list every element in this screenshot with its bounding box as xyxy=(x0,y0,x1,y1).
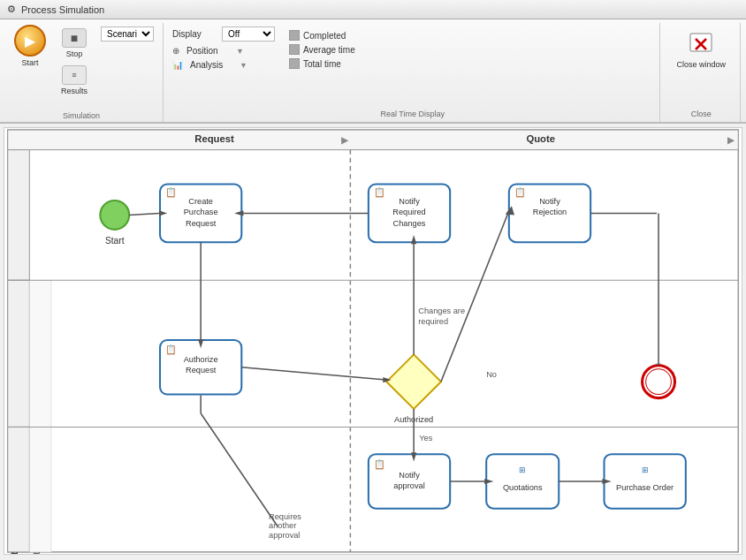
app-icon: ⚙ xyxy=(7,4,16,15)
requires-approval-label3: approval xyxy=(269,531,300,540)
end-event-inner xyxy=(646,369,672,395)
titlebar: ⚙ Process Simulation xyxy=(0,0,746,19)
requires-approval-label2: another xyxy=(269,521,296,530)
real-time-display-group: Display Off ⊕ Position ▼ 📊 Analysis ▼ xyxy=(165,23,660,122)
stop-button[interactable]: ■ Stop xyxy=(55,26,94,60)
completed-label: Completed xyxy=(303,31,346,41)
diagram-area[interactable]: Request Quote Applicant Purchase Request… xyxy=(4,127,742,555)
no-label: No xyxy=(486,370,497,379)
ribbon: ▶ Start ■ Stop ≡ Results Scenari xyxy=(0,19,746,124)
yes-label: Yes xyxy=(419,434,432,443)
notify-rejection-icon: 📋 xyxy=(514,186,526,198)
display-select[interactable]: Off xyxy=(222,26,275,42)
purchasing-dept-inner-label: Purchasing Department xyxy=(32,552,42,554)
notify-required-changes-line3: Changes xyxy=(393,219,426,228)
quotations-box[interactable] xyxy=(486,454,559,509)
svg-rect-4 xyxy=(8,130,739,150)
notify-required-changes-line2: Required xyxy=(392,208,425,216)
svg-rect-8 xyxy=(8,427,30,552)
changes-required-label: Changes are xyxy=(418,306,465,315)
average-time-row: Average time xyxy=(289,44,355,55)
analysis-label: Analysis xyxy=(190,60,234,70)
authorize-request-icon: 📋 xyxy=(165,344,177,355)
simulation-group: ▶ Start ■ Stop ≡ Results Scenari xyxy=(5,23,164,122)
results-button[interactable]: ≡ Results xyxy=(55,64,94,97)
stop-icon: ■ xyxy=(62,28,87,48)
notify-approval-line1: Notify xyxy=(399,471,420,480)
notify-required-changes-line1: Notify xyxy=(399,197,420,206)
close-group: Close window Close xyxy=(662,23,741,122)
svg-rect-9 xyxy=(29,427,51,552)
create-purchase-request-line3: Request xyxy=(186,219,217,228)
changes-required-label2: required xyxy=(418,317,448,326)
app-title: Process Simulation xyxy=(21,4,104,15)
average-time-label: Average time xyxy=(303,45,355,55)
purchase-order-icon: ⊞ xyxy=(642,465,649,474)
notify-required-changes-icon: 📋 xyxy=(374,186,385,198)
request-section-header: Request xyxy=(194,133,234,144)
notify-approval-icon: 📋 xyxy=(374,458,385,470)
start-icon: ▶ xyxy=(14,25,46,57)
requires-approval-label: Requires xyxy=(269,512,301,521)
svg-rect-7 xyxy=(29,280,51,427)
authorize-request-line2: Request xyxy=(186,366,217,375)
display-label: Display xyxy=(172,29,217,39)
position-label: Position xyxy=(186,46,231,56)
create-purchase-request-icon: 📋 xyxy=(165,186,177,198)
start-label: Start xyxy=(105,236,125,246)
svg-rect-0 xyxy=(690,34,712,51)
create-purchase-request-line1: Create xyxy=(188,197,213,206)
results-icon: ≡ xyxy=(62,65,87,85)
notify-approval-line2: approval xyxy=(393,481,424,490)
start-button[interactable]: ▶ Start xyxy=(9,23,51,69)
purchase-order-label: Purchase Order xyxy=(616,483,674,492)
svg-rect-6 xyxy=(8,280,30,427)
purchase-order-box[interactable] xyxy=(605,454,686,509)
svg-rect-5 xyxy=(8,150,30,281)
scenario-select[interactable]: Scenari xyxy=(101,26,154,42)
process-diagram: Request Quote Applicant Purchase Request… xyxy=(4,128,742,554)
quotations-label: Quotations xyxy=(503,483,543,492)
quote-section-header: Quote xyxy=(526,133,555,144)
close-window-icon xyxy=(687,30,715,58)
total-time-row: Total time xyxy=(289,58,355,69)
authorize-request-line1: Authorize xyxy=(184,355,218,364)
notify-rejection-line2: Rejection xyxy=(533,208,567,216)
purchasing-dept-outer-label: Purchasing Department xyxy=(10,551,19,554)
total-time-label: Total time xyxy=(303,59,341,69)
quotations-icon: ⊞ xyxy=(519,465,526,474)
create-purchase-request-line2: Purchase xyxy=(184,208,218,216)
close-window-button[interactable]: Close window xyxy=(669,26,733,72)
completed-row: Completed xyxy=(289,30,355,41)
notify-rejection-line1: Notify xyxy=(539,197,560,206)
start-event[interactable] xyxy=(100,201,129,230)
